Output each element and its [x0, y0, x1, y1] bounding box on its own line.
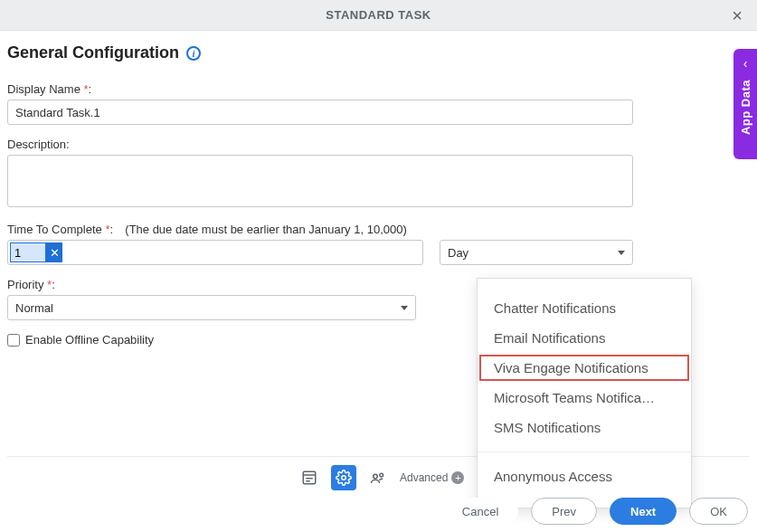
- menu-item-chatter[interactable]: Chatter Notifications: [478, 293, 691, 323]
- time-number-input[interactable]: [10, 242, 46, 262]
- svg-point-4: [342, 476, 346, 480]
- section-header: General Configuration i: [7, 43, 746, 62]
- svg-point-5: [374, 474, 378, 479]
- time-to-complete-label: Time To Complete *: (The due date must b…: [7, 223, 746, 236]
- app-data-tab[interactable]: ‹ App Data: [733, 49, 757, 159]
- field-time-to-complete: Time To Complete *: (The due date must b…: [7, 223, 746, 265]
- time-unit-select[interactable]: Day: [440, 240, 633, 265]
- required-indicator: *: [47, 278, 52, 291]
- enable-offline-checkbox[interactable]: [7, 334, 20, 347]
- menu-item-teams[interactable]: Microsoft Teams Notifica…: [478, 383, 691, 413]
- time-unit-value: Day: [448, 246, 468, 260]
- time-to-complete-hint: (The due date must be earlier than Janua…: [125, 223, 406, 236]
- priority-value: Normal: [15, 301, 53, 315]
- required-indicator: *: [105, 223, 109, 236]
- cancel-button[interactable]: Cancel: [442, 498, 518, 525]
- menu-item-anonymous[interactable]: Anonymous Access: [478, 461, 691, 491]
- field-display-name: Display Name *:: [7, 82, 746, 125]
- info-icon[interactable]: i: [186, 46, 201, 61]
- description-input[interactable]: [7, 155, 633, 207]
- titlebar-title: STANDARD TASK: [326, 8, 431, 22]
- page-title: General Configuration: [7, 43, 179, 62]
- label-text: Priority: [7, 278, 43, 291]
- plus-icon: +: [451, 471, 464, 484]
- time-to-complete-row: ✕ Day: [7, 240, 633, 265]
- gear-icon[interactable]: [331, 465, 356, 490]
- menu-item-sms[interactable]: SMS Notifications: [478, 413, 691, 442]
- prev-button[interactable]: Prev: [531, 498, 597, 525]
- priority-select[interactable]: Normal: [7, 295, 416, 320]
- label-text: Display Name: [7, 82, 80, 96]
- app-data-label: App Data: [739, 80, 752, 135]
- field-description: Description:: [7, 138, 746, 210]
- required-indicator: *: [84, 82, 89, 96]
- chevron-left-icon: ‹: [743, 56, 748, 71]
- next-button[interactable]: Next: [610, 498, 677, 525]
- close-icon[interactable]: ×: [726, 5, 748, 26]
- menu-item-email[interactable]: Email Notifications: [478, 323, 691, 353]
- menu-item-viva-engage[interactable]: Viva Engage Notifications: [478, 353, 691, 383]
- display-name-label: Display Name *:: [7, 82, 746, 96]
- menu-separator: [478, 451, 691, 452]
- form-icon[interactable]: [297, 465, 322, 490]
- advanced-label: Advanced: [400, 471, 448, 484]
- enable-offline-label[interactable]: Enable Offline Capability: [25, 333, 154, 347]
- ok-button[interactable]: OK: [689, 498, 748, 525]
- clear-icon[interactable]: ✕: [46, 242, 62, 262]
- advanced-button[interactable]: Advanced +: [400, 471, 464, 484]
- svg-point-6: [380, 473, 383, 477]
- roles-icon[interactable]: [365, 465, 391, 490]
- label-text: Time To Complete: [7, 223, 102, 236]
- notifications-menu: Chatter Notifications Email Notification…: [477, 278, 692, 508]
- display-name-input[interactable]: [7, 100, 633, 125]
- footer-buttons: Cancel Prev Next OK: [442, 498, 748, 525]
- titlebar: STANDARD TASK ×: [0, 0, 757, 31]
- description-label: Description:: [7, 138, 746, 151]
- time-number-wrapper: ✕: [7, 240, 423, 265]
